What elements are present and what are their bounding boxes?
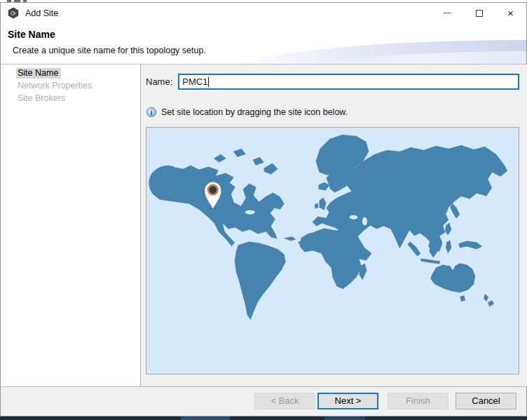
finish-button: Finish: [388, 393, 449, 409]
site-hexagon-icon: [8, 8, 19, 19]
sidebar-item-network-properties: Network Properties: [1, 79, 140, 92]
wizard-page-content: Name: PMC1 i Set site location by draggi…: [141, 65, 527, 386]
text-caret: [208, 77, 209, 87]
page-description: Create a unique site name for this topol…: [13, 46, 206, 55]
info-text: Set site location by dragging the site i…: [161, 107, 348, 117]
site-name-value: PMC1: [182, 76, 207, 87]
name-label: Name:: [146, 76, 172, 87]
continents: [149, 135, 507, 320]
minimize-button[interactable]: [432, 3, 463, 23]
close-button[interactable]: ×: [495, 3, 526, 23]
cancel-button[interactable]: Cancel: [456, 393, 516, 409]
dialog-body: Site Name Network Properties Site Broker…: [1, 65, 526, 386]
screen: Add Site × Site Name Create a unique sit…: [0, 0, 527, 420]
add-site-dialog: Add Site × Site Name Create a unique sit…: [0, 2, 527, 416]
world-map-svg: [146, 128, 519, 374]
wizard-banner: Site Name Create a unique site name for …: [1, 23, 526, 65]
window-title: Add Site: [25, 8, 58, 18]
taskbar-segment: [324, 416, 365, 420]
site-name-input[interactable]: PMC1: [178, 74, 519, 90]
world-map[interactable]: [146, 127, 519, 374]
taskbar-sliver: [0, 416, 527, 420]
minimize-icon: [444, 13, 451, 13]
maximize-button[interactable]: [463, 3, 495, 23]
taskbar-segment: [181, 416, 230, 420]
close-icon: ×: [507, 8, 514, 18]
name-row: Name: PMC1: [146, 74, 519, 90]
title-bar[interactable]: Add Site ×: [1, 3, 526, 23]
info-row: i Set site location by dragging the site…: [146, 107, 519, 118]
sidebar-item-site-brokers: Site Brokers: [1, 92, 140, 104]
wizard-steps-sidebar: Site Name Network Properties Site Broker…: [1, 65, 141, 386]
button-bar: < Back Next > Finish Cancel: [1, 386, 526, 416]
maximize-icon: [476, 10, 483, 17]
page-title: Site Name: [8, 29, 55, 40]
next-button[interactable]: Next >: [317, 393, 378, 409]
sidebar-item-site-name[interactable]: Site Name: [1, 67, 140, 79]
back-button: < Back: [254, 393, 315, 409]
info-icon: i: [146, 107, 156, 117]
